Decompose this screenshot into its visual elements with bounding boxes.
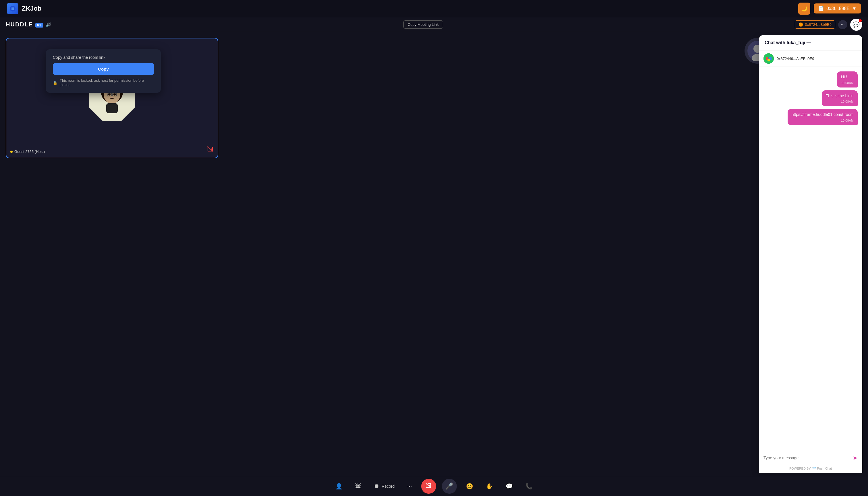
- video-area: Guest 2755 (Host): [0, 32, 868, 476]
- huddle-brand: HUDDLE 01: [6, 21, 43, 28]
- people-icon: 👤: [335, 483, 343, 490]
- bottom-toolbar: 👤 🖼 ⏺ Record ··· 🎤 😊 ✋ 💬: [0, 476, 868, 496]
- camera-toggle-button[interactable]: [421, 479, 436, 494]
- screen-share-button[interactable]: 🖼: [352, 481, 364, 492]
- record-button[interactable]: ⏺ Record: [370, 481, 398, 492]
- svg-point-13: [763, 53, 774, 64]
- svg-point-4: [114, 93, 116, 95]
- popup-title: Copy and share the room link: [53, 55, 154, 60]
- wallet-button[interactable]: 📄 0x3f...598E ▼: [814, 3, 861, 14]
- chevron-down-icon: ▼: [852, 6, 856, 11]
- share-popup: Copy and share the room link Copy 🔒 This…: [46, 49, 161, 93]
- message-bubble-1: Hi ! 10:08AM: [837, 72, 858, 88]
- popup-lock-notice: 🔒 This room is locked, ask host for perm…: [53, 78, 154, 87]
- chat-panel: Chat with luka_fuji — — 0x872449...AcEBb…: [759, 35, 862, 473]
- record-icon: ⏺: [374, 483, 379, 490]
- powered-by-footer: POWERED BY 📨 Push Chat: [759, 465, 862, 473]
- send-icon: ➤: [853, 455, 858, 461]
- svg-rect-16: [767, 59, 770, 61]
- huddle-wallet-button[interactable]: 🟠 0x8724...Bb9E9: [795, 20, 835, 29]
- huddle-topbar: HUDDLE 01 🔊 Copy Meeting Link 🟠 0x8724..…: [0, 17, 868, 32]
- chat-title: Chat with luka_fuji —: [765, 40, 811, 45]
- peer-address: 0x872449...AcEBb9E9: [777, 57, 814, 61]
- more-options-button[interactable]: ···: [404, 481, 416, 492]
- chat-peer-info: 0x872449...AcEBb9E9: [759, 50, 862, 67]
- app-title: ZKJob: [22, 5, 41, 12]
- message-text-3: https://iframe.huddle01.com/t room: [792, 112, 854, 118]
- chat-input[interactable]: [763, 455, 850, 460]
- message-text-2: This is the Link!: [826, 93, 854, 99]
- video-off-icon: [207, 145, 214, 154]
- chat-icon: 💬: [506, 483, 513, 490]
- participant-label: Guest 2755 (Host): [10, 150, 45, 154]
- more-options-icon: ···: [407, 483, 412, 490]
- moon-icon: 🌙: [801, 5, 807, 12]
- message-bubble-2: This is the Link! 10:08AM: [822, 90, 858, 106]
- main-content: Guest 2755 (Host): [0, 32, 868, 476]
- huddle-wrapper: HUDDLE 01 🔊 Copy Meeting Link 🟠 0x8724..…: [0, 17, 868, 496]
- peer-avatar: [763, 53, 774, 64]
- push-chat-logo: 📨: [812, 466, 816, 470]
- chat-messages: Hi ! 10:08AM This is the Link! 10:08AM h…: [759, 67, 862, 451]
- chat-header: Chat with luka_fuji — —: [759, 35, 862, 50]
- huddle-more-button[interactable]: ···: [838, 20, 847, 29]
- huddle-wallet-icon: 🟠: [798, 22, 803, 27]
- huddle-topbar-right: 🟠 0x8724...Bb9E9 ··· 💬: [795, 19, 862, 31]
- messenger-icon: 💬: [853, 21, 860, 28]
- end-call-icon: 📞: [525, 483, 533, 490]
- emoji-icon: 😊: [466, 483, 473, 490]
- microphone-button[interactable]: 🎤: [442, 479, 457, 494]
- huddle-badge: 01: [35, 23, 43, 28]
- message-bubble-3: https://iframe.huddle01.com/t room 10:08…: [788, 109, 858, 125]
- svg-rect-8: [106, 103, 118, 113]
- wallet-icon: 📄: [818, 6, 824, 11]
- app-logo: ZKJob: [7, 3, 41, 14]
- people-button[interactable]: 👤: [332, 481, 346, 492]
- logo-icon: [7, 3, 18, 14]
- notification-dot: [859, 19, 862, 22]
- copy-meeting-link-button[interactable]: Copy Meeting Link: [403, 20, 443, 29]
- microphone-icon: 🎤: [445, 482, 453, 490]
- svg-point-3: [108, 93, 110, 95]
- message-time-3: 10:08AM: [792, 119, 854, 122]
- message-time-2: 10:08AM: [826, 100, 854, 103]
- more-dots-icon: ···: [841, 22, 844, 27]
- lock-icon: 🔒: [53, 81, 57, 85]
- participant-name: Guest 2755 (Host): [14, 150, 45, 154]
- raise-hand-button[interactable]: ✋: [482, 481, 496, 492]
- chat-input-area: ➤: [759, 451, 862, 465]
- chat-button[interactable]: 💬: [502, 481, 516, 492]
- record-label: Record: [381, 484, 394, 489]
- send-button[interactable]: ➤: [853, 454, 858, 461]
- messenger-button[interactable]: 💬: [850, 19, 862, 31]
- end-call-button[interactable]: 📞: [522, 481, 536, 492]
- top-navigation: ZKJob 🌙 📄 0x3f...598E ▼: [0, 0, 868, 17]
- camera-off-icon: [425, 482, 432, 491]
- status-dot: [10, 151, 13, 153]
- chat-header-controls: —: [851, 40, 856, 46]
- emoji-button[interactable]: 😊: [463, 481, 477, 492]
- message-text-1: Hi !: [841, 74, 854, 80]
- chat-minimize-button[interactable]: —: [851, 40, 856, 46]
- sound-icon: 🔊: [46, 22, 51, 27]
- svg-point-9: [111, 97, 113, 98]
- raise-hand-icon: ✋: [486, 483, 493, 490]
- huddle-logo: HUDDLE 01 🔊: [6, 21, 51, 28]
- message-time-1: 10:08AM: [841, 81, 854, 84]
- screen-share-icon: 🖼: [355, 483, 361, 490]
- nav-right: 🌙 📄 0x3f...598E ▼: [798, 3, 861, 15]
- theme-toggle-button[interactable]: 🌙: [798, 3, 810, 15]
- popup-copy-button[interactable]: Copy: [53, 63, 154, 75]
